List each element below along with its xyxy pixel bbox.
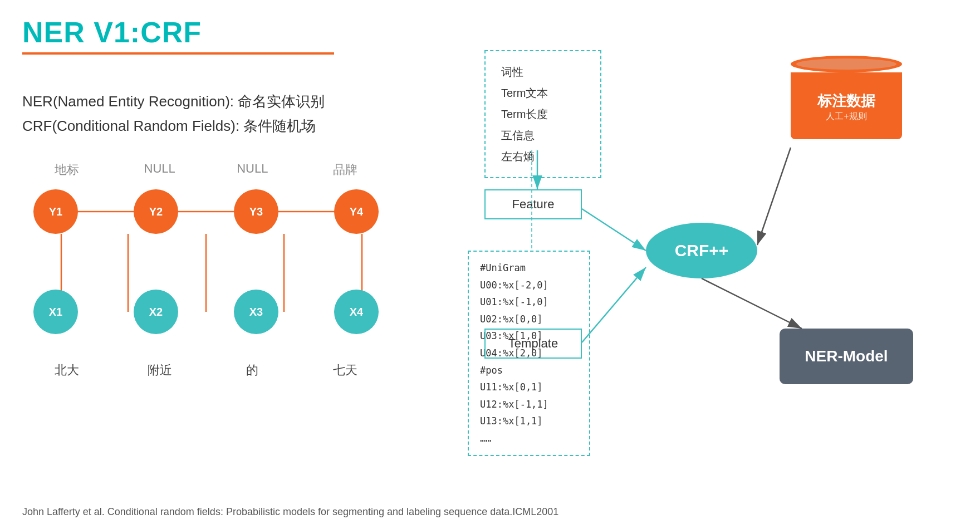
template-line-1: U00:%x[-2,0]	[480, 277, 578, 294]
x-labels-row: 北大 附近 的 七天	[33, 362, 379, 379]
x-node-3: X3	[234, 290, 278, 334]
description-line2: CRF(Conditional Random Fields): 条件随机场	[22, 114, 325, 138]
description-area: NER(Named Entity Recognition): 命名实体识别 CR…	[22, 89, 325, 138]
x-node-4: X4	[334, 290, 379, 334]
template-line-0: #UniGram	[480, 259, 578, 277]
y-node-3: Y3	[234, 189, 278, 234]
template-line-7: U11:%x[0,1]	[480, 379, 578, 396]
template-line-9: U13:%x[1,1]	[480, 413, 578, 430]
template-label-box: Template	[484, 329, 582, 359]
annotation-sub-text: 人工+规则	[826, 111, 866, 123]
y-label-0: 地标	[33, 161, 100, 178]
y-labels-row: 地标 NULL NULL 品牌	[33, 161, 379, 178]
annotation-main-text: 标注数据	[817, 91, 875, 111]
template-line-6: #pos	[480, 362, 578, 379]
x-node-1: X1	[33, 290, 78, 334]
x-label-3: 七天	[312, 362, 379, 379]
feature-item-4: 左右熵	[501, 146, 585, 167]
crfpp-node: CRF++	[646, 223, 757, 278]
svg-line-16	[702, 278, 802, 329]
y-node-1: Y1	[33, 189, 78, 234]
x-node-2: X2	[134, 290, 178, 334]
feature-item-3: 互信息	[501, 125, 585, 146]
template-label: Template	[499, 336, 567, 351]
y-node-4: Y4	[334, 189, 379, 234]
page-title: NER V1:CRF	[22, 16, 334, 49]
feature-item-2: Term长度	[501, 104, 585, 125]
feature-label-box: Feature	[484, 189, 582, 219]
template-line-3: U02:%x[0,0]	[480, 311, 578, 328]
template-line-10: ……	[480, 430, 578, 447]
x-label-1: 附近	[126, 362, 193, 379]
x-label-2: 的	[219, 362, 286, 379]
template-line-2: U01:%x[-1,0]	[480, 293, 578, 311]
feature-item-0: 词性	[501, 61, 585, 82]
x-label-0: 北大	[33, 362, 100, 379]
title-area: NER V1:CRF	[22, 16, 334, 55]
svg-line-15	[757, 148, 791, 245]
feature-label: Feature	[502, 197, 564, 212]
feature-item-1: Term文本	[501, 82, 585, 104]
template-line-8: U12:%x[-1,1]	[480, 396, 578, 413]
ner-model-label: NER-Model	[805, 347, 888, 365]
y-label-3: 品牌	[312, 161, 379, 178]
features-text: 词性 Term文本 Term长度 互信息 左右熵	[501, 61, 585, 167]
ner-model-box: NER-Model	[780, 329, 913, 384]
svg-line-14	[582, 267, 646, 342]
title-underline	[22, 52, 334, 55]
svg-line-13	[582, 209, 646, 251]
y-label-1: NULL	[126, 161, 193, 178]
x-nodes-row: X1 X2 X3 X4	[33, 290, 379, 334]
description-line1: NER(Named Entity Recognition): 命名实体识别	[22, 89, 325, 114]
cylinder-top	[791, 56, 902, 72]
cylinder-body: 标注数据 人工+规则	[791, 72, 902, 139]
graph-area: 地标 NULL NULL 品牌 Y1 Y2 Y3 Y4 X1 X2 X3 X4 …	[22, 161, 412, 395]
annotation-cylinder: 标注数据 人工+规则	[791, 56, 902, 139]
y-node-2: Y2	[134, 189, 178, 234]
crfpp-label: CRF++	[675, 241, 729, 260]
y-nodes-row: Y1 Y2 Y3 Y4	[33, 189, 379, 234]
features-box: 词性 Term文本 Term长度 互信息 左右熵	[484, 50, 601, 178]
citation: John Lafferty et al. Conditional random …	[22, 506, 558, 518]
y-label-2: NULL	[219, 161, 286, 178]
